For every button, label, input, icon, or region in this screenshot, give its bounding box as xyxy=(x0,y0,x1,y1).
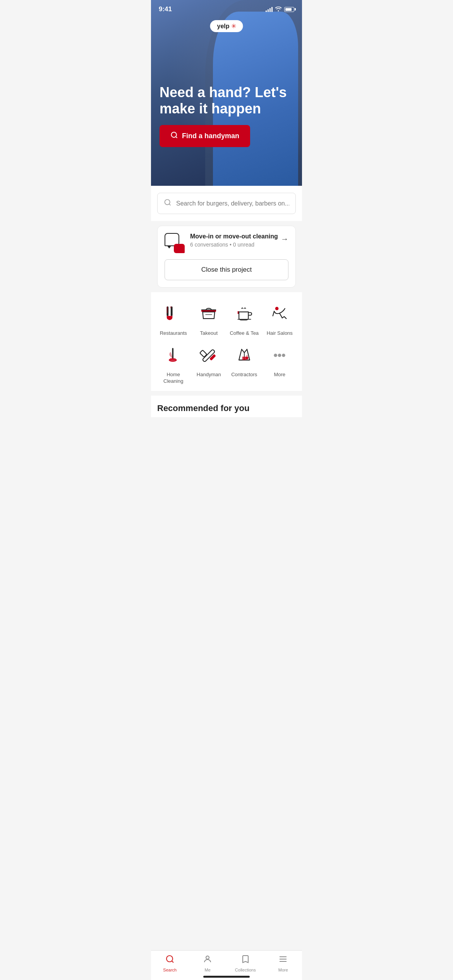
project-header: Move-in or move-out cleaning 6 conversat… xyxy=(165,233,288,253)
hero-cta-label: Find a handyman xyxy=(182,132,239,140)
category-coffee-tea[interactable]: Coffee & Tea xyxy=(228,302,261,337)
search-icon xyxy=(170,131,178,141)
chat-icon xyxy=(165,233,185,253)
search-input[interactable] xyxy=(176,200,289,207)
category-takeout[interactable]: Takeout xyxy=(193,302,225,337)
yelp-text: yelp xyxy=(217,23,229,30)
category-contractors[interactable]: Contractors xyxy=(228,343,261,385)
handyman-icon xyxy=(196,343,221,368)
yelp-burst-icon: ✳ xyxy=(231,22,236,30)
home-cleaning-icon xyxy=(161,343,186,368)
hero-section: 9:41 yelp ✳ xyxy=(151,0,302,186)
contractors-label: Contractors xyxy=(231,372,257,378)
category-restaurants[interactable]: Restaurants xyxy=(157,302,190,337)
restaurants-icon xyxy=(161,302,186,326)
category-more[interactable]: More xyxy=(264,343,296,385)
category-handyman[interactable]: Handyman xyxy=(193,343,225,385)
status-icons xyxy=(266,6,294,13)
more-icon xyxy=(267,343,292,368)
search-box[interactable] xyxy=(157,193,296,214)
hair-salons-label: Hair Salons xyxy=(267,330,293,337)
home-cleaning-label: Home Cleaning xyxy=(157,372,190,385)
coffee-tea-icon xyxy=(232,302,257,326)
categories-section: Restaurants Takeout xyxy=(151,292,302,391)
project-card: Move-in or move-out cleaning 6 conversat… xyxy=(157,226,296,288)
svg-rect-14 xyxy=(172,348,173,359)
chat-bubble-reply-icon xyxy=(174,244,185,253)
categories-grid: Restaurants Takeout xyxy=(157,302,296,385)
svg-line-3 xyxy=(169,204,171,206)
find-handyman-button[interactable]: Find a handyman xyxy=(160,125,250,147)
recommended-section: Recommended for you xyxy=(151,396,302,417)
svg-point-25 xyxy=(282,354,285,357)
hero-content: Need a hand? Let's make it happen Find a… xyxy=(160,84,293,147)
yelp-logo: yelp ✳ xyxy=(210,20,243,32)
close-project-button[interactable]: Close this project xyxy=(165,259,288,280)
signal-bars-icon xyxy=(266,7,273,12)
takeout-label: Takeout xyxy=(200,330,218,337)
status-time: 9:41 xyxy=(159,5,172,13)
svg-point-21 xyxy=(245,356,248,359)
svg-point-23 xyxy=(274,354,278,357)
project-text: Move-in or move-out cleaning 6 conversat… xyxy=(190,233,278,248)
svg-rect-18 xyxy=(209,354,216,361)
svg-rect-6 xyxy=(166,307,168,313)
svg-point-2 xyxy=(165,200,170,205)
search-container xyxy=(151,186,302,221)
svg-point-13 xyxy=(275,307,279,310)
coffee-tea-label: Coffee & Tea xyxy=(230,330,259,337)
search-icon xyxy=(164,199,172,208)
wifi-icon xyxy=(275,6,282,13)
hero-title: Need a hand? Let's make it happen xyxy=(160,84,293,117)
more-label: More xyxy=(274,372,285,378)
handyman-label: Handyman xyxy=(197,372,221,378)
category-hair-salons[interactable]: Hair Salons xyxy=(264,302,296,337)
hair-salons-icon xyxy=(267,302,292,326)
project-meta: 6 conversations • 0 unread xyxy=(190,242,278,248)
svg-point-7 xyxy=(170,306,172,308)
recommended-title: Recommended for you xyxy=(157,403,296,413)
project-title: Move-in or move-out cleaning xyxy=(190,233,278,240)
contractors-icon xyxy=(232,343,257,368)
svg-line-1 xyxy=(176,137,177,138)
arrow-right-icon[interactable]: → xyxy=(281,235,288,243)
battery-icon xyxy=(284,7,294,12)
svg-point-24 xyxy=(278,354,281,357)
category-home-cleaning[interactable]: Home Cleaning xyxy=(157,343,190,385)
status-bar: 9:41 yelp ✳ xyxy=(151,0,302,15)
takeout-icon xyxy=(196,302,221,326)
restaurants-label: Restaurants xyxy=(160,330,187,337)
project-info: Move-in or move-out cleaning 6 conversat… xyxy=(165,233,278,253)
svg-point-0 xyxy=(172,132,177,137)
